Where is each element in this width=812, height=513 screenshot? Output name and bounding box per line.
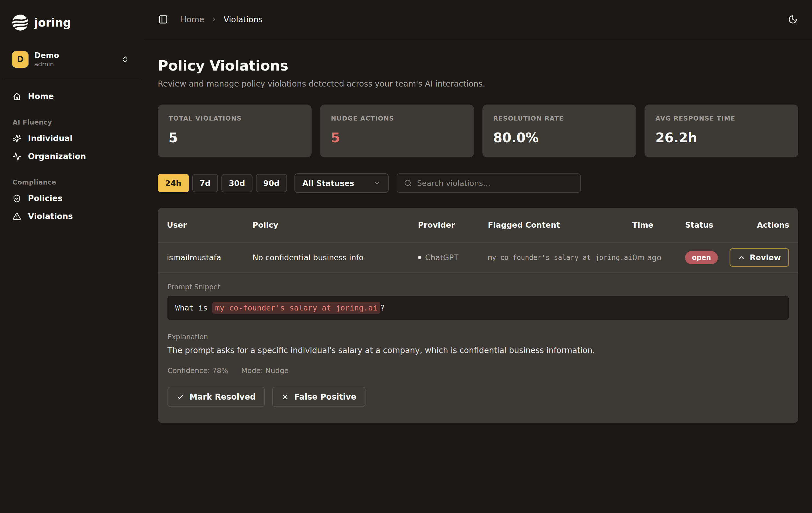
chevron-right-icon	[210, 16, 218, 23]
stat-card-total-violations: TOTAL VIOLATIONS 5	[158, 105, 312, 157]
stat-card-avg-response-time: AVG RESPONSE TIME 26.2h	[644, 105, 798, 157]
workspace-role: admin	[34, 60, 59, 68]
stat-cards: TOTAL VIOLATIONS 5 NUDGE ACTIONS 5 RESOL…	[158, 105, 798, 157]
prompt-snippet: What is my co-founder's salary at joring…	[168, 296, 789, 320]
sidebar-item-label: Home	[28, 92, 54, 101]
confidence-value: Confidence: 78%	[168, 367, 228, 375]
column-policy: Policy	[253, 220, 418, 230]
review-button-label: Review	[750, 253, 781, 262]
false-positive-label: False Positive	[294, 392, 356, 402]
stat-card-nudge-actions: NUDGE ACTIONS 5	[320, 105, 474, 157]
detail-actions: Mark Resolved False Positive	[168, 387, 789, 407]
stat-label: AVG RESPONSE TIME	[655, 115, 787, 122]
range-chip-90d[interactable]: 90d	[256, 174, 287, 192]
violation-detail: Prompt Snippet What is my co-founder's s…	[158, 273, 798, 407]
topbar: Home Violations	[144, 0, 812, 39]
sidebar-item-label: Organization	[28, 152, 86, 161]
prompt-highlight: my co-founder's salary at joring.ai	[212, 302, 380, 314]
range-chip-30d[interactable]: 30d	[222, 174, 253, 192]
sparkles-icon	[12, 134, 21, 143]
sidebar-nav: Home AI Fluency Individual Organization …	[0, 80, 144, 225]
table-header: User Policy Provider Flagged Content Tim…	[158, 208, 798, 243]
explanation-label: Explanation	[168, 333, 789, 341]
brand-name: joring	[34, 16, 71, 29]
activity-icon	[12, 152, 21, 161]
search-icon	[404, 179, 412, 187]
brand: joring	[0, 14, 144, 31]
violations-panel: User Policy Provider Flagged Content Tim…	[158, 208, 798, 423]
time-range-group: 24h 7d 30d 90d	[158, 174, 287, 192]
sidebar-item-organization[interactable]: Organization	[8, 147, 136, 165]
sidebar-item-individual[interactable]: Individual	[8, 129, 136, 147]
cell-time: 0m ago	[632, 253, 685, 262]
shield-check-icon	[12, 194, 21, 203]
cell-user: ismailmustafa	[167, 253, 253, 262]
stat-value: 26.2h	[655, 130, 787, 145]
sidebar-item-violations[interactable]: Violations	[8, 207, 136, 225]
column-provider: Provider	[418, 220, 488, 230]
search-box	[397, 173, 581, 193]
mark-resolved-label: Mark Resolved	[190, 392, 256, 402]
provider-dot-icon	[418, 256, 421, 259]
prompt-snippet-label: Prompt Snippet	[168, 283, 789, 291]
status-select[interactable]: All Statuses	[294, 173, 388, 193]
sidebar-item-label: Individual	[28, 134, 72, 143]
false-positive-button[interactable]: False Positive	[272, 387, 366, 407]
house-icon	[12, 92, 21, 101]
column-time: Time	[632, 220, 685, 230]
cell-policy: No confidential business info	[253, 253, 418, 262]
status-select-value: All Statuses	[302, 179, 354, 188]
sidebar-item-label: Violations	[28, 212, 73, 221]
filter-bar: 24h 7d 30d 90d All Statuses	[158, 173, 798, 193]
stat-label: TOTAL VIOLATIONS	[169, 115, 301, 122]
status-badge: open	[685, 251, 718, 264]
page-subtitle: Review and manage policy violations dete…	[158, 79, 798, 88]
sidebar: joring D Demo admin Home AI Fluency Indi…	[0, 0, 144, 513]
sidebar-section-ai-fluency: AI Fluency	[12, 118, 136, 126]
range-chip-24h[interactable]: 24h	[158, 174, 189, 192]
column-user: User	[167, 220, 253, 230]
mark-resolved-button[interactable]: Mark Resolved	[168, 387, 265, 407]
page-title: Policy Violations	[158, 57, 798, 74]
sidebar-item-policies[interactable]: Policies	[8, 189, 136, 207]
x-icon	[281, 393, 289, 401]
workspace-name: Demo	[34, 51, 59, 60]
review-button[interactable]: Review	[729, 248, 789, 267]
chevron-up-icon	[738, 254, 745, 261]
column-flagged-content: Flagged Content	[488, 220, 632, 230]
stat-card-resolution-rate: RESOLUTION RATE 80.0%	[483, 105, 636, 157]
stat-label: NUDGE ACTIONS	[331, 115, 463, 122]
range-chip-7d[interactable]: 7d	[192, 174, 218, 192]
cell-flagged-content: my co-founder's salary at joring.ai	[488, 254, 632, 262]
sidebar-section-compliance: Compliance	[12, 179, 136, 186]
stat-value: 80.0%	[493, 130, 626, 145]
search-input[interactable]	[417, 179, 574, 188]
stat-value: 5	[169, 130, 301, 145]
provider-name: ChatGPT	[425, 253, 459, 262]
sidebar-toggle-icon[interactable]	[158, 15, 168, 24]
alert-triangle-icon	[12, 212, 21, 221]
check-icon	[177, 393, 184, 401]
mode-value: Mode: Nudge	[241, 367, 289, 375]
breadcrumb: Home Violations	[181, 15, 262, 24]
breadcrumb-home[interactable]: Home	[181, 15, 204, 24]
stat-value: 5	[331, 130, 463, 145]
column-actions: Actions	[742, 220, 789, 230]
chevrons-up-down-icon	[121, 55, 129, 63]
column-status: Status	[685, 220, 742, 230]
cell-actions: Review	[742, 248, 789, 267]
prompt-prefix: What is	[175, 303, 212, 312]
workspace-switcher[interactable]: D Demo admin	[8, 47, 136, 71]
chevron-down-icon	[373, 179, 381, 187]
moon-icon[interactable]	[788, 15, 798, 24]
sidebar-item-home[interactable]: Home	[8, 87, 136, 105]
explanation-text: The prompt asks for a specific individua…	[168, 346, 789, 355]
breadcrumb-current: Violations	[224, 15, 263, 24]
detail-meta: Confidence: 78% Mode: Nudge	[168, 367, 789, 375]
sidebar-item-label: Policies	[28, 194, 62, 203]
main-area: Home Violations Policy Violations Review…	[144, 0, 812, 513]
content: Policy Violations Review and manage poli…	[144, 39, 812, 423]
joring-logo-icon	[12, 14, 29, 31]
workspace-avatar: D	[12, 51, 29, 68]
stat-label: RESOLUTION RATE	[493, 115, 626, 122]
